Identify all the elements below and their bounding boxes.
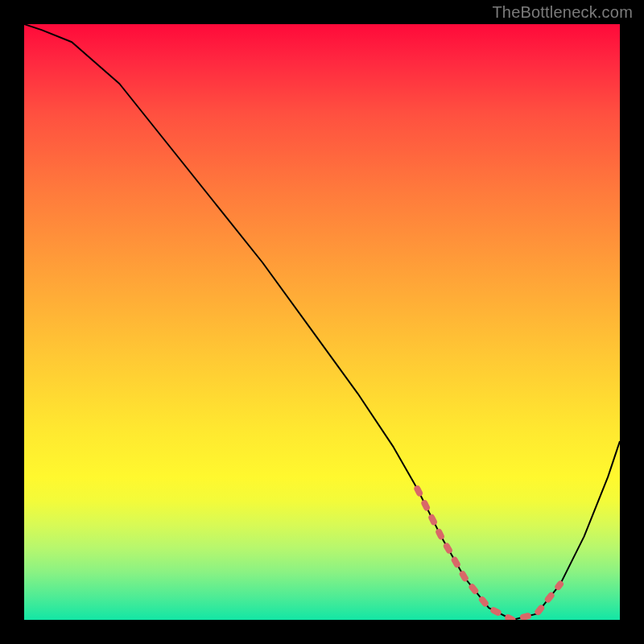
plot-area — [24, 24, 620, 620]
optimal-range-dashes — [417, 489, 560, 620]
chart-stage: TheBottleneck.com — [0, 0, 644, 644]
attribution-text: TheBottleneck.com — [492, 3, 633, 22]
bottleneck-curve — [24, 24, 620, 620]
chart-svg — [24, 24, 620, 620]
